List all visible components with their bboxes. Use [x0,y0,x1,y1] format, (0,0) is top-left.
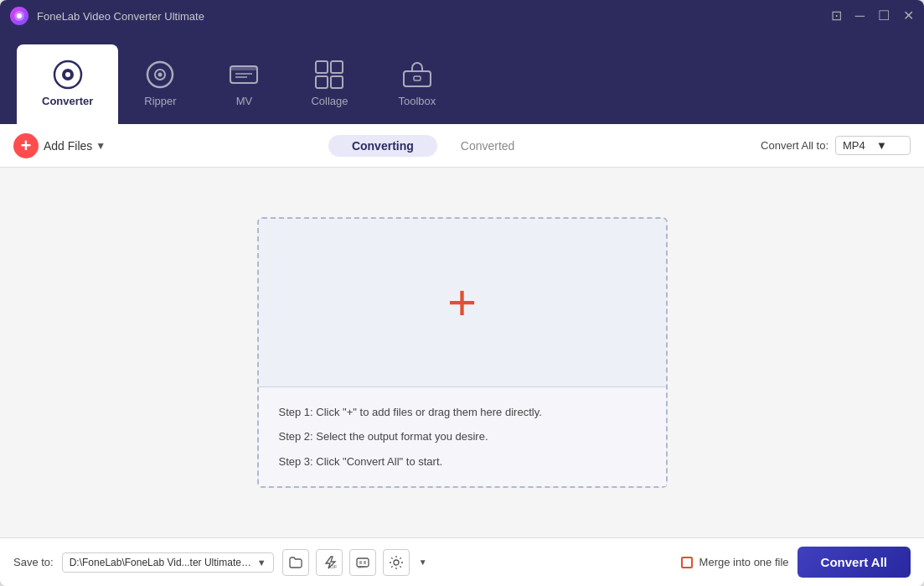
svg-text:OFF: OFF [330,564,337,569]
svg-point-23 [394,560,399,565]
merge-label: Merge into one file [699,556,789,568]
save-path-arrow: ▼ [257,557,266,568]
instruction-step-2: Step 2: Select the output format you des… [279,428,646,445]
convert-all-to-label: Convert All to: [761,139,829,152]
title-bar: FoneLab Video Converter Ultimate ⊡ ─ ☐ ✕ [0,0,924,32]
tab-toolbox-label: Toolbox [399,95,436,107]
svg-rect-15 [331,76,343,88]
app-window: FoneLab Video Converter Ultimate ⊡ ─ ☐ ✕… [0,0,924,586]
converting-tab[interactable]: Converting [328,135,437,157]
convert-all-button[interactable]: Convert All [798,547,911,578]
settings-button[interactable] [383,549,410,576]
drop-plus-icon: + [447,277,477,328]
tab-ripper[interactable]: Ripper [118,44,202,124]
tab-ripper-label: Ripper [144,95,176,107]
instruction-step-3: Step 3: Click "Convert All" to start. [279,454,646,470]
svg-rect-20 [359,561,362,564]
tab-converter-label: Converter [42,95,93,107]
collage-icon [314,60,344,90]
save-to-label: Save to: [13,556,54,568]
mv-icon [229,60,259,90]
tab-toolbox[interactable]: Toolbox [374,44,462,124]
content-tabs: Converting Converted [106,135,761,157]
format-value: MP4 [843,139,870,152]
folder-open-button[interactable] [282,549,309,576]
hardware-acceleration-button[interactable]: OFF [349,549,376,576]
svg-point-1 [17,13,22,18]
svg-rect-9 [230,66,257,70]
main-content: + Step 1: Click "+" to add files or drag… [0,168,924,537]
save-path-selector[interactable]: D:\FoneLab\FoneLab Vid...ter Ultimate\Co… [62,552,274,573]
minimize-button[interactable]: ─ [855,9,865,23]
accelerator-button[interactable]: OFF [316,549,343,576]
converter-icon [53,60,83,90]
tab-converter[interactable]: Converter [17,44,118,124]
convert-all-to-area: Convert All to: MP4 ▼ [761,136,911,155]
footer: Save to: D:\FoneLab\FoneLab Vid...ter Ul… [0,537,924,586]
tab-mv[interactable]: MV [202,44,286,124]
add-files-label: Add Files [44,139,92,153]
svg-point-7 [158,73,163,77]
toolbar: + Add Files ▼ Converting Converted Conve… [0,124,924,168]
settings-dropdown-arrow[interactable]: ▼ [416,549,430,576]
drop-zone-plus-area[interactable]: + [259,219,666,386]
format-select-dropdown[interactable]: MP4 ▼ [835,136,911,155]
drop-zone[interactable]: + Step 1: Click "+" to add files or drag… [257,217,668,489]
svg-rect-13 [331,61,343,73]
footer-icons: OFF OFF ▼ [282,549,430,576]
merge-checkbox[interactable] [681,557,693,568]
add-files-plus-button[interactable]: + [13,133,39,158]
svg-rect-12 [316,61,328,73]
merge-checkbox-area: Merge into one file [681,556,789,568]
converted-tab[interactable]: Converted [437,135,539,157]
svg-rect-17 [414,76,421,80]
tab-collage[interactable]: Collage [286,44,373,124]
app-icon [10,7,28,25]
svg-rect-21 [364,561,366,564]
ripper-icon [145,60,175,90]
instruction-step-1: Step 1: Click "+" to add files or drag t… [279,404,646,421]
format-dropdown-arrow: ▼ [876,139,903,152]
svg-rect-16 [404,71,431,86]
window-controls: ⊡ ─ ☐ ✕ [831,9,914,23]
window-title: FoneLab Video Converter Ultimate [37,10,831,23]
restore-button[interactable]: ☐ [878,9,890,23]
toolbox-icon [402,60,432,90]
svg-rect-14 [316,76,328,88]
add-files-dropdown-arrow[interactable]: ▼ [95,140,106,152]
tab-mv-label: MV [236,95,253,107]
save-path-text: D:\FoneLab\FoneLab Vid...ter Ultimate\Co… [70,557,254,568]
drop-zone-instructions: Step 1: Click "+" to add files or drag t… [259,386,666,487]
svg-point-4 [65,72,70,77]
caption-icon[interactable]: ⊡ [831,9,842,23]
tab-collage-label: Collage [311,95,348,107]
close-button[interactable]: ✕ [903,9,914,23]
nav-tabs: Converter Ripper MV [0,32,924,124]
svg-text:OFF: OFF [358,565,365,569]
